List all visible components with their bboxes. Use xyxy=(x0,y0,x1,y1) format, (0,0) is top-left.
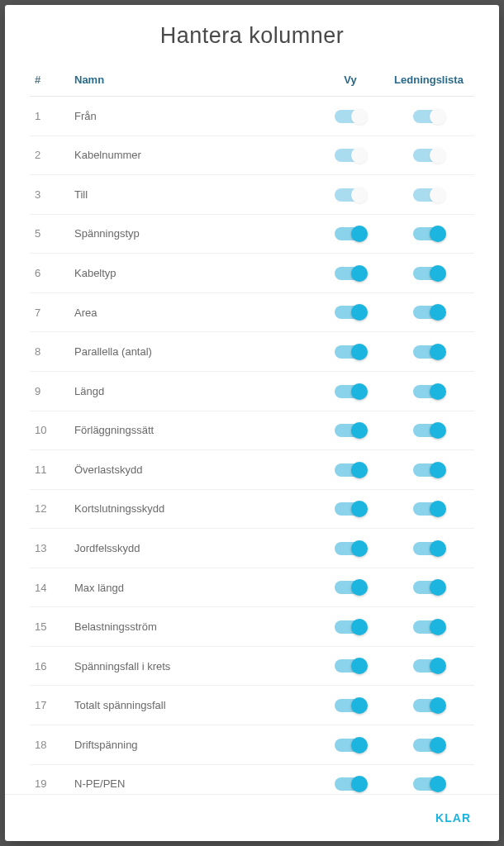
row-name: Kabelnummer xyxy=(69,135,317,175)
toggle-knob xyxy=(430,265,446,282)
list-toggle[interactable] xyxy=(413,542,445,555)
row-number: 17 xyxy=(30,686,69,725)
toggle-knob xyxy=(430,462,446,478)
toggle-knob xyxy=(351,619,368,635)
toggle-knob xyxy=(430,776,446,792)
toggle-knob xyxy=(351,265,368,282)
toggle-knob xyxy=(351,147,368,164)
toggle-knob xyxy=(430,697,446,714)
toggle-knob xyxy=(430,737,446,753)
toggle-knob xyxy=(430,422,446,439)
row-number: 19 xyxy=(30,764,69,794)
row-name: Jordfelsskydd xyxy=(69,529,317,568)
row-name: Kabeltyp xyxy=(69,254,317,293)
table-header-row: # Namn Vy Ledningslista xyxy=(30,64,474,97)
view-toggle[interactable] xyxy=(335,542,366,555)
toggle-knob xyxy=(351,187,368,203)
toggle-knob xyxy=(351,344,368,360)
list-toggle[interactable] xyxy=(413,777,445,791)
toggle-knob xyxy=(430,383,446,400)
table-row: 17Totalt spänningsfall xyxy=(30,686,474,725)
toggle-knob xyxy=(430,619,446,635)
row-number: 18 xyxy=(30,725,69,765)
toggle-knob xyxy=(351,304,368,321)
toggle-knob xyxy=(430,147,446,164)
row-number: 10 xyxy=(30,411,69,450)
table-row: 5Spänningstyp xyxy=(30,214,474,254)
row-name: Förläggningssätt xyxy=(69,411,317,450)
view-toggle[interactable] xyxy=(335,267,366,280)
view-toggle[interactable] xyxy=(335,777,366,791)
table-row: 12Kortslutningsskydd xyxy=(30,489,474,529)
list-toggle[interactable] xyxy=(413,581,445,594)
list-toggle[interactable] xyxy=(413,227,445,240)
modal-footer: KLAR xyxy=(5,794,499,841)
row-name: Driftspänning xyxy=(69,725,317,765)
list-toggle[interactable] xyxy=(413,659,445,673)
list-toggle xyxy=(413,149,445,162)
list-toggle[interactable] xyxy=(413,699,445,712)
view-toggle[interactable] xyxy=(335,620,366,634)
table-row: 7Area xyxy=(30,292,474,332)
list-toggle[interactable] xyxy=(413,306,445,319)
toggle-knob xyxy=(351,501,368,517)
table-row: 19N-PE/PEN xyxy=(30,764,474,794)
toggle-knob xyxy=(430,304,446,321)
list-toggle[interactable] xyxy=(413,739,445,752)
toggle-knob xyxy=(351,226,368,242)
view-toggle[interactable] xyxy=(335,306,366,319)
manage-columns-modal: Hantera kolumner # Namn Vy Ledningslista… xyxy=(5,5,499,841)
view-toggle[interactable] xyxy=(335,345,366,359)
row-number: 1 xyxy=(30,97,69,136)
toggle-knob xyxy=(351,108,368,125)
row-name: Spänningsfall i krets xyxy=(69,646,317,686)
list-toggle[interactable] xyxy=(413,463,445,477)
row-number: 13 xyxy=(30,529,69,568)
list-toggle[interactable] xyxy=(413,424,445,437)
view-toggle[interactable] xyxy=(335,502,366,516)
table-row: 1Från xyxy=(30,97,474,136)
view-toggle xyxy=(335,188,366,202)
row-number: 7 xyxy=(30,292,69,332)
view-toggle[interactable] xyxy=(335,699,366,712)
view-toggle[interactable] xyxy=(335,424,366,437)
list-toggle[interactable] xyxy=(413,345,445,359)
view-toggle[interactable] xyxy=(335,581,366,594)
row-name: Totalt spänningsfall xyxy=(69,686,317,725)
toggle-knob xyxy=(430,579,446,596)
row-name: Belastningsström xyxy=(69,607,317,647)
row-number: 16 xyxy=(30,646,69,686)
table-row: 3Till xyxy=(30,175,474,215)
scroll-area[interactable]: # Namn Vy Ledningslista 1Från2Kabelnumme… xyxy=(5,64,499,794)
view-toggle[interactable] xyxy=(335,227,366,240)
row-name: Längd xyxy=(69,371,317,411)
toggle-knob xyxy=(351,776,368,792)
header-name: Namn xyxy=(69,64,317,97)
row-name: Från xyxy=(69,97,317,136)
table-row: 18Driftspänning xyxy=(30,725,474,765)
table-row: 8Parallella (antal) xyxy=(30,332,474,372)
view-toggle[interactable] xyxy=(335,739,366,752)
row-number: 2 xyxy=(30,135,69,175)
list-toggle[interactable] xyxy=(413,502,445,516)
row-name: Area xyxy=(69,292,317,332)
view-toggle[interactable] xyxy=(335,385,366,398)
table-row: 2Kabelnummer xyxy=(30,135,474,175)
list-toggle[interactable] xyxy=(413,267,445,280)
toggle-knob xyxy=(351,697,368,714)
row-number: 12 xyxy=(30,489,69,529)
header-view: Vy xyxy=(317,64,383,97)
row-number: 6 xyxy=(30,254,69,293)
row-name: N-PE/PEN xyxy=(69,764,317,794)
toggle-knob xyxy=(351,462,368,478)
row-number: 8 xyxy=(30,332,69,372)
view-toggle[interactable] xyxy=(335,463,366,477)
table-row: 16Spänningsfall i krets xyxy=(30,646,474,686)
toggle-knob xyxy=(430,501,446,517)
header-number: # xyxy=(30,64,69,97)
view-toggle[interactable] xyxy=(335,659,366,673)
list-toggle[interactable] xyxy=(413,620,445,634)
list-toggle[interactable] xyxy=(413,385,445,398)
row-name: Parallella (antal) xyxy=(69,332,317,372)
done-button[interactable]: KLAR xyxy=(429,808,478,828)
